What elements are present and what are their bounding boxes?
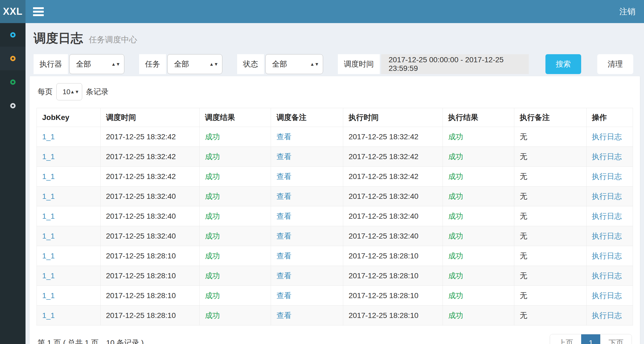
trigger-msg-link[interactable]: 查看 [276, 133, 291, 141]
trigger-msg-link[interactable]: 查看 [276, 291, 291, 300]
log-table: JobKey调度时间调度结果调度备注执行时间执行结果执行备注操作 1_1 201… [37, 108, 633, 325]
handle-msg-cell: 无 [514, 246, 587, 266]
time-range-input[interactable]: 2017-12-25 00:00:00 - 2017-12-25 23:59:5… [381, 54, 529, 74]
exec-log-link[interactable]: 执行日志 [592, 232, 622, 240]
handle-result-cell: 成功 [443, 206, 514, 226]
handle-time-cell: 2017-12-25 18:32:40 [343, 186, 443, 206]
exec-log-link[interactable]: 执行日志 [592, 192, 622, 200]
next-page-button[interactable]: 下页 [600, 334, 632, 344]
jobkey-link[interactable]: 1_1 [42, 232, 55, 240]
table-row: 1_1 2017-12-25 18:32:42 成功 查看 2017-12-25… [37, 127, 633, 147]
clear-button[interactable]: 清理 [597, 54, 633, 74]
exec-log-link[interactable]: 执行日志 [592, 311, 622, 320]
handle-result-cell: 成功 [443, 186, 514, 206]
table-header-row: JobKey调度时间调度结果调度备注执行时间执行结果执行备注操作 [37, 108, 633, 127]
trigger-result-cell: 成功 [200, 186, 271, 206]
circle-icon [10, 56, 16, 61]
table-row: 1_1 2017-12-25 18:28:10 成功 查看 2017-12-25… [37, 246, 633, 266]
trigger-result-cell: 成功 [200, 147, 271, 167]
trigger-result-cell: 成功 [200, 226, 271, 246]
handle-msg-cell: 无 [514, 167, 587, 186]
trigger-msg-link[interactable]: 查看 [276, 272, 291, 280]
column-header: 执行结果 [443, 108, 514, 127]
jobkey-link[interactable]: 1_1 [42, 152, 55, 161]
page-size-prefix: 每页 [38, 87, 53, 97]
sidebar-item[interactable] [0, 47, 26, 70]
app-logo[interactable]: XXL [0, 0, 26, 23]
handle-msg-cell: 无 [514, 286, 587, 306]
trigger-msg-link[interactable]: 查看 [276, 311, 291, 320]
jobkey-link[interactable]: 1_1 [42, 311, 55, 320]
jobkey-link[interactable]: 1_1 [42, 212, 55, 220]
executor-filter-label: 执行器 [34, 54, 68, 74]
trigger-result-cell: 成功 [200, 206, 271, 226]
handle-time-cell: 2017-12-25 18:32:40 [343, 206, 443, 226]
sidebar-item[interactable] [0, 70, 26, 94]
trigger-msg-link[interactable]: 查看 [276, 252, 291, 260]
trigger-msg-link[interactable]: 查看 [276, 212, 291, 220]
logout-link[interactable]: 注销 [611, 0, 644, 23]
handle-result-cell: 成功 [443, 286, 514, 306]
exec-log-link[interactable]: 执行日志 [592, 172, 622, 181]
trigger-time-cell: 2017-12-25 18:32:42 [100, 147, 200, 167]
jobkey-link[interactable]: 1_1 [42, 272, 55, 280]
jobkey-link[interactable]: 1_1 [42, 172, 55, 181]
trigger-msg-link[interactable]: 查看 [276, 232, 291, 240]
table-row: 1_1 2017-12-25 18:32:42 成功 查看 2017-12-25… [37, 167, 633, 186]
trigger-msg-link[interactable]: 查看 [276, 172, 291, 181]
table-row: 1_1 2017-12-25 18:32:40 成功 查看 2017-12-25… [37, 226, 633, 246]
table-row: 1_1 2017-12-25 18:28:10 成功 查看 2017-12-25… [37, 306, 633, 325]
status-select-value: 全部 [272, 59, 287, 69]
trigger-result-cell: 成功 [200, 266, 271, 286]
table-footer: 第 1 页 ( 总共 1 页，10 条记录 ) 上页 1 下页 [37, 334, 633, 344]
status-select[interactable]: 全部 ▲▼ [265, 54, 323, 74]
handle-msg-cell: 无 [514, 226, 587, 246]
exec-log-link[interactable]: 执行日志 [592, 252, 622, 260]
handle-msg-cell: 无 [514, 127, 587, 147]
sidebar-toggle-button[interactable] [26, 0, 51, 23]
jobkey-link[interactable]: 1_1 [42, 291, 55, 300]
handle-time-cell: 2017-12-25 18:32:42 [343, 127, 443, 147]
exec-log-link[interactable]: 执行日志 [592, 272, 622, 280]
sidebar-item[interactable] [0, 23, 26, 47]
status-filter-label: 状态 [237, 54, 264, 74]
page-size-select[interactable]: 10 ▲▼ [56, 83, 82, 100]
page-size-value: 10 [63, 88, 70, 96]
exec-log-link[interactable]: 执行日志 [592, 152, 622, 161]
top-navbar: XXL 注销 [0, 0, 644, 23]
pagination: 上页 1 下页 [550, 334, 632, 344]
handle-msg-cell: 无 [514, 266, 587, 286]
handle-result-cell: 成功 [443, 127, 514, 147]
pagination-summary: 第 1 页 ( 总共 1 页，10 条记录 ) [38, 338, 144, 344]
executor-select[interactable]: 全部 ▲▼ [69, 54, 124, 74]
sidebar-item[interactable] [0, 94, 26, 118]
exec-log-link[interactable]: 执行日志 [592, 212, 622, 220]
select-stepper-icon: ▲▼ [111, 62, 120, 66]
prev-page-button[interactable]: 上页 [550, 334, 581, 344]
trigger-msg-link[interactable]: 查看 [276, 192, 291, 200]
exec-log-link[interactable]: 执行日志 [592, 133, 622, 141]
page-subtitle: 任务调度中心 [89, 35, 137, 44]
search-button[interactable]: 搜索 [545, 54, 581, 74]
current-page-button[interactable]: 1 [581, 334, 600, 344]
navbar-spacer [51, 0, 611, 23]
jobkey-link[interactable]: 1_1 [42, 133, 55, 141]
trigger-time-cell: 2017-12-25 18:32:40 [100, 226, 200, 246]
jobkey-link[interactable]: 1_1 [42, 252, 55, 260]
jobkey-link[interactable]: 1_1 [42, 192, 55, 200]
table-row: 1_1 2017-12-25 18:32:40 成功 查看 2017-12-25… [37, 206, 633, 226]
exec-log-link[interactable]: 执行日志 [592, 291, 622, 300]
handle-time-cell: 2017-12-25 18:28:10 [343, 246, 443, 266]
column-header: 调度备注 [271, 108, 343, 127]
trigger-result-cell: 成功 [200, 127, 271, 147]
circle-icon [10, 32, 16, 38]
trigger-msg-link[interactable]: 查看 [276, 152, 291, 161]
table-row: 1_1 2017-12-25 18:32:42 成功 查看 2017-12-25… [37, 147, 633, 167]
trigger-time-cell: 2017-12-25 18:32:40 [100, 206, 200, 226]
main-content: 调度日志 任务调度中心 执行器 全部 ▲▼ 任务 全部 ▲▼ 状态 全部 ▲▼ [26, 23, 644, 344]
executor-select-value: 全部 [76, 59, 91, 69]
trigger-time-cell: 2017-12-25 18:32:40 [100, 186, 200, 206]
job-select[interactable]: 全部 ▲▼ [167, 54, 222, 74]
sidebar [0, 23, 26, 344]
column-header: 调度结果 [200, 108, 271, 127]
